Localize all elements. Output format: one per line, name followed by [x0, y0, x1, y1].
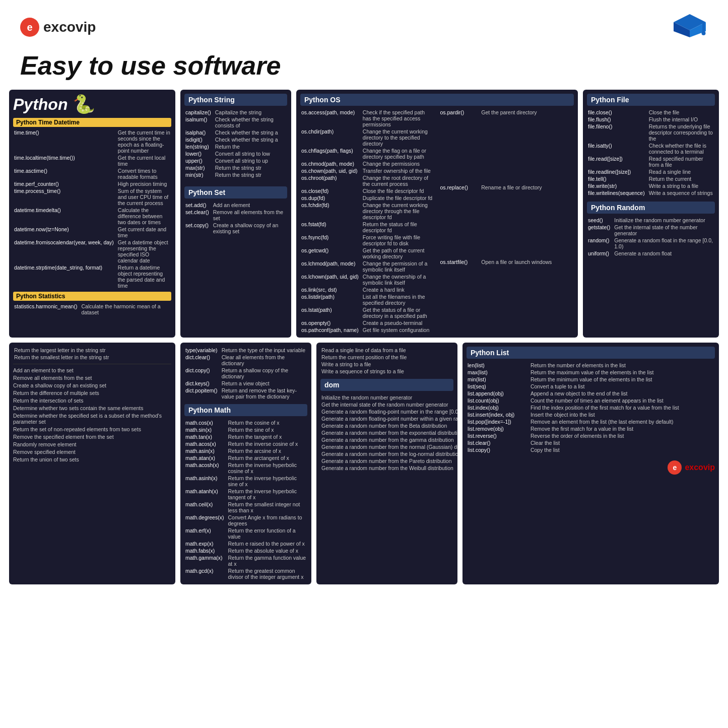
string-card: Python String capitalize()Capitalize the…	[180, 90, 291, 338]
bottom-string-continued: Return the largest letter in the string …	[13, 347, 171, 361]
table-row: file.tell()Return the current	[587, 175, 715, 182]
table-row: math.atan(x)Return the arctangent of x	[184, 454, 307, 461]
table-row: os.fchdir(fd)Change the current working …	[300, 202, 435, 221]
table-row: file.readline([size])Read a single line	[587, 168, 715, 175]
table-row: set.add()Add an element	[184, 202, 287, 209]
table-row: Generate a random number from the expone…	[320, 429, 457, 436]
table-row: os.startfile()Open a file or launch wind…	[439, 258, 574, 334]
table-row: getstate()Get the internal state of the …	[587, 224, 715, 237]
table-row: time.time()Get the current time in secon…	[13, 129, 171, 154]
table-row: os.getcwd()Get the path of the current w…	[300, 247, 435, 260]
table-row: len(string)Return the	[184, 143, 287, 150]
table-row: datetime.timedelta()Calculate the differ…	[13, 207, 171, 226]
os-card: Python OS os.access(path, mode)Check if …	[296, 90, 578, 338]
table-row: file.close()Close the file	[587, 109, 715, 116]
file-card: Python File file.close()Close the file f…	[583, 90, 719, 338]
table-row: time.process_time()Sum of the system and…	[13, 187, 171, 207]
table-row: math.acosh(x)Return the inverse hyperbol…	[184, 461, 307, 475]
table-row: datetime.strptime(date_string, format)Re…	[13, 264, 171, 289]
table-row: time.localtime(time.time())Get the curre…	[13, 154, 171, 167]
file-title: Python File	[587, 94, 715, 106]
dict-continued: type(variable)Return the type of the inp…	[184, 347, 307, 400]
list-table: len(list)Return the number of elements i…	[467, 362, 715, 453]
table-row: os.close(fd)Close the file descriptor fd	[300, 187, 435, 194]
set-title: Python Set	[184, 186, 287, 198]
table-row: os.chdir(path)Change the current working…	[300, 128, 435, 147]
table-row: file.flush()Flush the internal I/O	[587, 116, 715, 123]
logo: e excovip	[20, 18, 96, 37]
table-row: list(seq)Convert a tuple to a list	[467, 383, 715, 390]
python-card: Python 🐍 Python Time Datetime time.time(…	[9, 90, 175, 338]
table-row: lower()Convert all string to low	[184, 150, 287, 157]
table-row: math.sin(x)Return the sine of x	[184, 426, 307, 433]
table-row: list.count(obj)Count the number of times…	[467, 397, 715, 404]
random-title: Python Random	[587, 202, 715, 214]
table-row: list.pop([index=-1])Remove an element fr…	[467, 418, 715, 425]
table-row: os.fstat(fd)Return the status of file de…	[300, 221, 435, 234]
table-row: capitalize()Capitalize the string	[184, 109, 287, 116]
top-row: Python 🐍 Python Time Datetime time.time(…	[9, 90, 719, 338]
table-row: Get the internal state of the random num…	[320, 401, 457, 408]
table-row: os.pardir()Get the parent directory	[439, 109, 574, 184]
table-row: isalnum()Check whether the string consis…	[184, 116, 287, 129]
file-continued: Read a single line of data from a file R…	[320, 347, 453, 375]
table-row: math.gamma(x)Return the gamma function v…	[184, 554, 307, 567]
table-row: dict.clear()Clear all elements from the …	[184, 354, 307, 367]
table-row: min(str)Return the string str	[184, 171, 287, 178]
table-row: Write a string to a file	[320, 361, 453, 368]
python-snake-icon: 🐍	[73, 94, 95, 115]
footer-logo-icon: e	[668, 460, 682, 475]
random-dom-table: Initialize the random number generator G…	[320, 394, 457, 472]
python-header: Python 🐍	[13, 94, 171, 115]
table-row: Generate a random number from the Beta d…	[320, 422, 457, 429]
table-row: Generate a random number from the gamma …	[320, 436, 457, 443]
set-table: set.add()Add an element set.clear()Remov…	[184, 202, 287, 235]
bottom-col1: Return the largest letter in the string …	[9, 343, 175, 584]
logo-icon: e	[20, 18, 39, 37]
statistics-table: statistics.harmonic_mean()Calculate the …	[13, 303, 171, 316]
table-row: Initialize the random number generator	[320, 394, 457, 401]
table-row: Read a single line of data from a file	[320, 347, 453, 354]
table-row: Return the largest letter in the string …	[13, 347, 171, 354]
bottom-col3: Read a single line of data from a file R…	[316, 343, 457, 584]
table-row: dict.copy()Return a shallow copy of the …	[184, 367, 307, 380]
table-row: os.chown(path, uid, gid)Transfer ownersh…	[300, 167, 435, 174]
table-row: Generate a random number from the log-no…	[320, 450, 457, 457]
datetime-title: Python Time Datetime	[13, 118, 171, 127]
table-row: list.clear()Clear the list	[467, 439, 715, 446]
os-table-right: os.pardir()Get the parent directory os.r…	[439, 109, 574, 334]
table-row: Generate a random number from the normal…	[320, 443, 457, 450]
footer-logo-text: excovip	[685, 463, 715, 472]
table-row: os.link(src, dst)Create a hard link	[300, 286, 435, 293]
table-row: os.lstat(path)Get the status of a file o…	[300, 306, 435, 319]
table-row: math.acos(x)Return the inverse cosine of…	[184, 440, 307, 447]
table-row: math.asin(x)Return the arcsine of x	[184, 447, 307, 454]
table-row: list.append(obj)Append a new object to t…	[467, 390, 715, 397]
string-title: Python String	[184, 94, 287, 106]
table-row: datetime.now(tz=None)Get current date an…	[13, 226, 171, 239]
statistics-title: Python Statistics	[13, 292, 171, 301]
table-row: math.asinh(x)Return the inverse hyperbol…	[184, 475, 307, 488]
random-table: seed()Initialize the random number gener…	[587, 217, 715, 257]
table-row: seed()Initialize the random number gener…	[587, 217, 715, 224]
main-title: Easy to use software	[0, 50, 728, 90]
table-row: os.pathconf(path, name)Get file system c…	[300, 326, 435, 334]
table-row: dict.popitem()Return and remove the last…	[184, 387, 307, 400]
table-row: max(str)Return the string str	[184, 164, 287, 171]
table-row: upper()Convert all string to up	[184, 157, 287, 164]
table-row: os.lchmod(path, mode)Change the permissi…	[300, 260, 435, 273]
bottom-col2: type(variable)Return the type of the inp…	[180, 343, 311, 584]
svg-point-4	[702, 31, 706, 35]
datetime-table: time.time()Get the current time in secon…	[13, 129, 171, 289]
table-row: os.chroot(path)Change the root directory…	[300, 174, 435, 187]
graduation-icon	[672, 9, 708, 45]
table-row: os.dup(fd)Duplicate the file descriptor …	[300, 194, 435, 202]
table-row: Generate a random number from the Pareto…	[320, 457, 457, 465]
bottom-list: Python List len(list)Return the number o…	[462, 343, 719, 584]
table-row: math.tan(x)Return the tangent of x	[184, 433, 307, 440]
table-row: math.gcd(x)Return the greatest common di…	[184, 567, 307, 580]
table-row: Return the current position of the file	[320, 354, 453, 361]
table-row: random()Generate a random float in the r…	[587, 237, 715, 250]
table-row: uniform()Generate a random float	[587, 250, 715, 257]
os-table-left: os.access(path, mode)Check if the specif…	[300, 109, 435, 334]
